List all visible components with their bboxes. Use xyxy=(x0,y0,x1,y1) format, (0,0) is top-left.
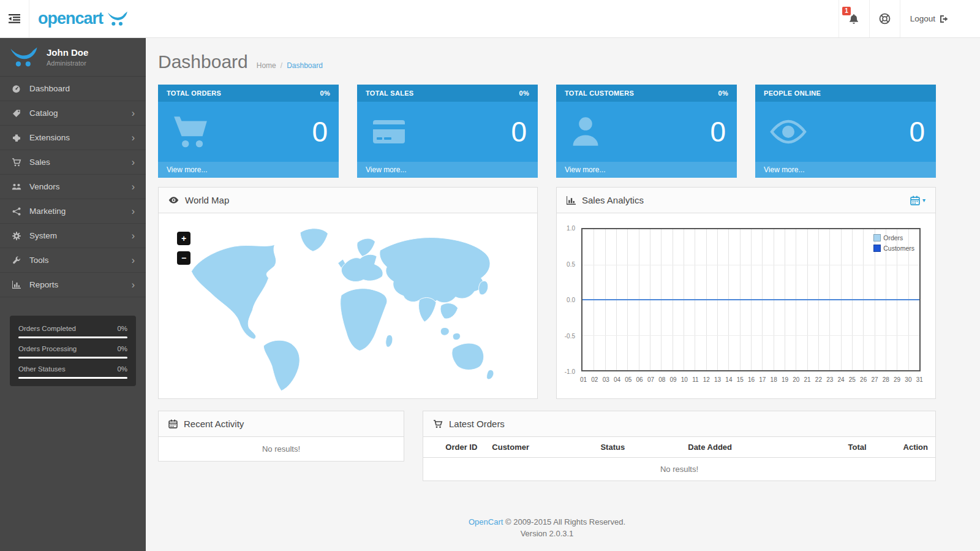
map-zoom-out-button[interactable]: − xyxy=(177,251,190,265)
sidebar-item-reports[interactable]: Reports › xyxy=(0,273,146,297)
breadcrumb-home[interactable]: Home xyxy=(257,61,276,70)
view-more-link[interactable]: View more... xyxy=(556,162,737,178)
tile-people-online: PEOPLE ONLINE 0 View more... xyxy=(755,85,936,178)
chevron-right-icon: › xyxy=(132,133,135,143)
column-header-action: Action xyxy=(874,437,935,458)
order-status-summary: Orders Completed 0% Orders Processing 0%… xyxy=(10,316,136,386)
help-button[interactable] xyxy=(869,0,900,37)
view-more-link[interactable]: View more... xyxy=(357,162,538,178)
tachometer-icon xyxy=(11,84,21,93)
version-text: Version 2.0.3.1 xyxy=(158,528,936,540)
legend-swatch xyxy=(873,245,881,252)
x-tick-label: 05 xyxy=(625,376,631,385)
stat-label: Orders Completed xyxy=(18,325,76,332)
sidebar-item-system[interactable]: System › xyxy=(0,224,146,248)
tile-percent: 0% xyxy=(519,89,530,97)
map-zoom-in-button[interactable]: + xyxy=(177,232,190,245)
table-row: No results! xyxy=(423,458,935,481)
logout-button[interactable]: Logout xyxy=(900,0,958,37)
x-tick-label: 08 xyxy=(658,376,665,385)
legend-label: Orders xyxy=(883,234,903,241)
sidebar-item-label: System xyxy=(29,231,57,240)
y-tick-label: 0.5 xyxy=(567,260,575,267)
x-tick-label: 31 xyxy=(916,376,923,385)
series-line xyxy=(582,299,919,300)
y-tick-label: 1.0 xyxy=(567,225,575,232)
column-header-order-id: Order ID xyxy=(423,437,484,458)
sidebar-item-extensions[interactable]: Extensions › xyxy=(0,126,146,150)
x-tick-label: 24 xyxy=(837,376,844,385)
x-tick-label: 13 xyxy=(714,376,721,385)
chart-gridline xyxy=(582,265,919,265)
recent-activity-empty: No results! xyxy=(159,437,404,461)
legend-label: Customers xyxy=(883,245,914,252)
date-range-button[interactable]: ▾ xyxy=(910,196,925,205)
tile-value: 0 xyxy=(312,115,328,148)
sidebar-item-sales[interactable]: Sales › xyxy=(0,150,146,175)
chevron-right-icon: › xyxy=(132,182,135,192)
sidebar-toggle-button[interactable] xyxy=(0,0,29,37)
x-tick-label: 14 xyxy=(725,376,732,385)
opencart-footer-link[interactable]: OpenCart xyxy=(469,517,503,526)
x-tick-label: 21 xyxy=(804,376,811,385)
x-tick-label: 19 xyxy=(782,376,788,385)
progress-bar xyxy=(18,377,127,379)
user-profile: John Doe Administrator xyxy=(0,38,146,77)
opencart-logo[interactable]: opencart xyxy=(38,0,128,37)
x-tick-label: 22 xyxy=(815,376,822,385)
y-tick-label: -0.5 xyxy=(565,332,575,339)
legend-swatch xyxy=(873,234,881,241)
x-tick-label: 04 xyxy=(614,376,620,385)
notifications-button[interactable]: 1 xyxy=(839,0,869,37)
sidebar-item-dashboard[interactable]: Dashboard xyxy=(0,77,146,101)
wrench-icon xyxy=(11,256,21,265)
cart-logo-icon xyxy=(107,11,128,26)
shopping-cart-icon xyxy=(172,115,209,148)
latest-orders-panel: Latest Orders Order ID Customer Status D… xyxy=(423,411,936,481)
legend-entry: Customers xyxy=(873,245,914,252)
chart-gridline xyxy=(582,335,919,336)
chart-legend: OrdersCustomers xyxy=(873,234,914,252)
column-header-status: Status xyxy=(571,437,654,458)
page-header: Dashboard Home / Dashboard xyxy=(158,51,936,72)
x-tick-label: 07 xyxy=(647,376,654,385)
view-more-link[interactable]: View more... xyxy=(158,162,339,178)
x-tick-label: 30 xyxy=(905,376,911,385)
sidebar-item-tools[interactable]: Tools › xyxy=(0,248,146,273)
user-icon xyxy=(570,115,601,148)
stat-value: 0% xyxy=(117,345,127,352)
tile-total-orders: TOTAL ORDERS 0% 0 View more... xyxy=(158,85,339,178)
calendar-icon xyxy=(168,419,178,428)
sidebar-item-vendors[interactable]: Vendors › xyxy=(0,175,146,199)
x-tick-label: 16 xyxy=(748,376,755,385)
hamburger-icon xyxy=(9,14,20,23)
tile-value: 0 xyxy=(511,115,527,148)
x-tick-label: 15 xyxy=(737,376,744,385)
view-more-link[interactable]: View more... xyxy=(755,162,936,178)
x-tick-label: 03 xyxy=(603,376,609,385)
chart-x-axis: 0102030405060708091011121314151617181920… xyxy=(580,376,923,385)
chevron-right-icon: › xyxy=(132,207,135,216)
x-tick-label: 01 xyxy=(580,376,587,385)
stat-orders-completed: Orders Completed 0% xyxy=(18,318,127,338)
panel-title: Sales Analytics xyxy=(582,195,644,205)
y-tick-label: -1.0 xyxy=(565,368,575,375)
sales-analytics-panel: Sales Analytics ▾ 1.00.50.0-0.5-1.0 Orde… xyxy=(556,187,936,399)
eye-icon xyxy=(168,197,179,203)
chart-y-axis: 1.00.50.0-0.5-1.0 xyxy=(557,228,579,371)
analytics-chart-body: 1.00.50.0-0.5-1.0 OrdersCustomers 010203… xyxy=(557,213,935,398)
panel-title: Recent Activity xyxy=(184,419,244,429)
sidebar-item-catalog[interactable]: Catalog › xyxy=(0,101,146,126)
x-tick-label: 09 xyxy=(670,376,677,385)
life-ring-icon xyxy=(879,13,891,25)
world-map-image[interactable] xyxy=(165,217,531,395)
sidebar-item-marketing[interactable]: Marketing › xyxy=(0,199,146,224)
sidebar-item-label: Tools xyxy=(29,256,49,265)
latest-orders-table: Order ID Customer Status Date Added Tota… xyxy=(423,437,935,481)
chevron-right-icon: › xyxy=(132,158,135,167)
breadcrumb-current[interactable]: Dashboard xyxy=(287,61,323,70)
column-header-date-added: Date Added xyxy=(654,437,766,458)
user-role: Administrator xyxy=(47,59,88,67)
tile-title: PEOPLE ONLINE xyxy=(764,89,821,97)
x-tick-label: 10 xyxy=(681,376,688,385)
